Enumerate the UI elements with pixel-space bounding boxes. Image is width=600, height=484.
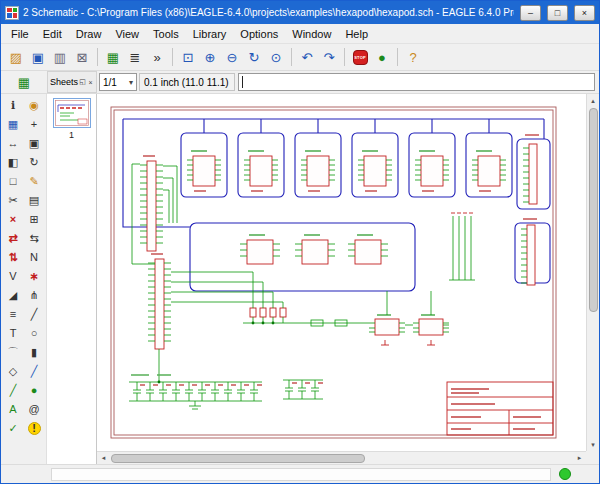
- zoom-select-button[interactable]: ⊙: [265, 46, 287, 68]
- errors-tool-button[interactable]: !: [24, 419, 45, 438]
- wire-tool-button[interactable]: ╱: [24, 305, 45, 324]
- name-icon: N: [30, 252, 38, 263]
- action-toolbar: ▨▣▥⊠ ▦≣» ⊡⊕⊖↻⊙ ↶↷ STOP ● ?: [1, 44, 599, 71]
- script-button[interactable]: ≣: [124, 46, 146, 68]
- save-button[interactable]: ▣: [27, 46, 49, 68]
- minimize-button[interactable]: –: [520, 5, 541, 21]
- redo-icon: ↷: [324, 51, 335, 64]
- scroll-down-icon[interactable]: ▾: [587, 438, 600, 451]
- move-icon: ↔: [8, 138, 19, 149]
- zoom-out-button[interactable]: ⊖: [221, 46, 243, 68]
- menu-edit[interactable]: Edit: [36, 26, 69, 42]
- redraw-icon: ↻: [249, 51, 260, 64]
- erc-check-icon: ✓: [8, 423, 17, 434]
- junction-tool-button[interactable]: ●: [24, 381, 45, 400]
- smash-tool-button[interactable]: ∗: [24, 267, 45, 286]
- copy-tool-button[interactable]: ▣: [24, 134, 45, 153]
- horizontal-scrollbar[interactable]: ◂ ▸: [97, 451, 586, 464]
- vertical-scrollbar[interactable]: ▴ ▾: [586, 94, 599, 451]
- sheet-thumbnail[interactable]: [53, 98, 91, 128]
- scroll-left-icon[interactable]: ◂: [97, 452, 110, 465]
- print-button[interactable]: ▥: [49, 46, 71, 68]
- zoom-in-button[interactable]: ⊕: [199, 46, 221, 68]
- replace-tool-button[interactable]: ⇆: [24, 229, 45, 248]
- stop-sign-icon: STOP: [353, 50, 368, 65]
- label-tool-button[interactable]: A: [3, 400, 24, 419]
- rotate-tool-button[interactable]: ↻: [24, 153, 45, 172]
- circle-tool-button[interactable]: ○: [24, 324, 45, 343]
- add-tool-button[interactable]: ⊞: [24, 210, 45, 229]
- cam-processor-icon: ⊠: [77, 51, 88, 64]
- menu-draw[interactable]: Draw: [69, 26, 109, 42]
- window-title: 2 Schematic - C:\Program Files (x86)\EAG…: [23, 7, 514, 18]
- go-button[interactable]: ●: [371, 46, 393, 68]
- menu-options[interactable]: Options: [233, 26, 285, 42]
- grid-button[interactable]: ▦: [13, 71, 35, 93]
- stop-button[interactable]: STOP: [349, 46, 371, 68]
- menu-help[interactable]: Help: [338, 26, 375, 42]
- run-ulp-button[interactable]: »: [146, 46, 168, 68]
- split-tool-button[interactable]: ⋔: [24, 286, 45, 305]
- move-tool-button[interactable]: ↔: [3, 134, 24, 153]
- text-tool-button[interactable]: T: [3, 324, 24, 343]
- go-traffic-light-icon: ●: [378, 51, 386, 64]
- toolbar-separator: [97, 48, 98, 66]
- paste-tool-button[interactable]: ▤: [24, 191, 45, 210]
- sheets-dock-title: Sheets: [50, 77, 78, 87]
- miter-tool-button[interactable]: ◢: [3, 286, 24, 305]
- scroll-right-icon[interactable]: ▸: [573, 452, 586, 465]
- net-tool-button[interactable]: ╱: [3, 381, 24, 400]
- menu-window[interactable]: Window: [285, 26, 338, 42]
- show-tool-button[interactable]: ◉: [24, 96, 45, 115]
- gateswap-tool-button[interactable]: ⇅: [3, 248, 24, 267]
- group-tool-button[interactable]: □: [3, 172, 24, 191]
- menu-file[interactable]: File: [4, 26, 36, 42]
- menu-library[interactable]: Library: [186, 26, 234, 42]
- mark-tool-button[interactable]: +: [24, 115, 45, 134]
- board-button[interactable]: ▦: [102, 46, 124, 68]
- sheet-selector[interactable]: 1/1 ▾: [99, 73, 137, 91]
- menu-view[interactable]: View: [108, 26, 146, 42]
- dock-float-icon[interactable]: ◱: [79, 78, 86, 86]
- toolbar-separator: [172, 48, 173, 66]
- add-part-icon: ⊞: [29, 214, 38, 225]
- arc-tool-button[interactable]: ⌒: [3, 343, 24, 362]
- command-line-input[interactable]: [238, 73, 595, 91]
- change-tool-button[interactable]: ✎: [24, 172, 45, 191]
- bus-lines: [123, 119, 550, 291]
- mirror-tool-button[interactable]: ◧: [3, 153, 24, 172]
- help-button[interactable]: ?: [402, 46, 424, 68]
- maximize-button[interactable]: □: [547, 5, 568, 21]
- pinswap-tool-button[interactable]: ⇄: [3, 229, 24, 248]
- menu-tools[interactable]: Tools: [146, 26, 186, 42]
- schematic-drawing: [97, 94, 586, 451]
- delete-tool-button[interactable]: ×: [3, 210, 24, 229]
- close-button[interactable]: ×: [574, 5, 595, 21]
- scroll-up-icon[interactable]: ▴: [587, 94, 600, 107]
- display-tool-button[interactable]: ▦: [3, 115, 24, 134]
- value-tool-button[interactable]: V: [3, 267, 24, 286]
- erc-tool-button[interactable]: ✓: [3, 419, 24, 438]
- cut-tool-button[interactable]: ✂: [3, 191, 24, 210]
- polygon-tool-button[interactable]: ◇: [3, 362, 24, 381]
- dock-close-icon[interactable]: ×: [87, 79, 94, 86]
- cam-button[interactable]: ⊠: [71, 46, 93, 68]
- miter-icon: ◢: [9, 290, 17, 301]
- replace-icon: ⇆: [29, 233, 38, 244]
- redo-button[interactable]: ↷: [318, 46, 340, 68]
- undo-button[interactable]: ↶: [296, 46, 318, 68]
- name-tool-button[interactable]: N: [24, 248, 45, 267]
- open-button[interactable]: ▨: [5, 46, 27, 68]
- schematic-canvas[interactable]: [97, 94, 586, 451]
- horizontal-scroll-thumb[interactable]: [111, 454, 365, 463]
- vertical-scroll-thumb[interactable]: [589, 108, 598, 312]
- redraw-button[interactable]: ↻: [243, 46, 265, 68]
- invoke-tool-button[interactable]: ≡: [3, 305, 24, 324]
- zoom-fit-button[interactable]: ⊡: [177, 46, 199, 68]
- attribute-tool-button[interactable]: @: [24, 400, 45, 419]
- bus-tool-button[interactable]: ╱: [24, 362, 45, 381]
- rect-tool-button[interactable]: ▮: [24, 343, 45, 362]
- right-net-cluster: [449, 213, 475, 280]
- info-tool-button[interactable]: ℹ: [3, 96, 24, 115]
- menubar: FileEditDrawViewToolsLibraryOptionsWindo…: [1, 24, 599, 44]
